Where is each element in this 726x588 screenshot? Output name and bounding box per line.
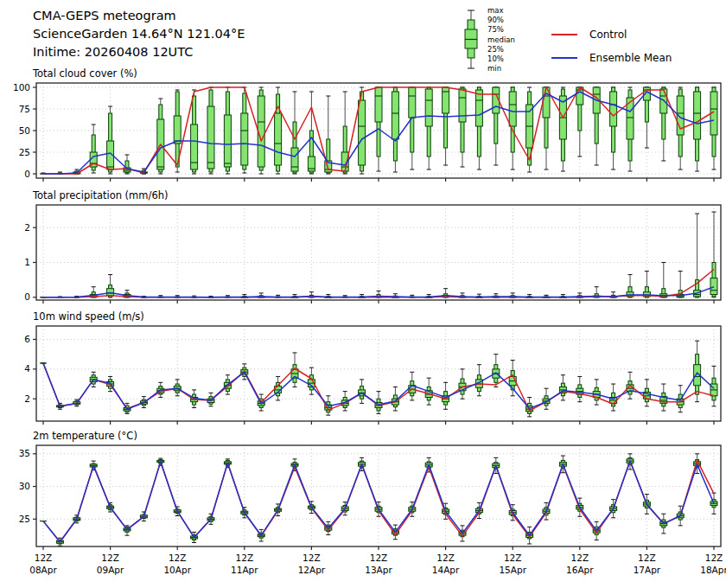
xtick-date: 11Apr	[231, 565, 258, 575]
xtick-hour: 12Z	[638, 553, 656, 563]
ytick-label-wind: 2	[24, 393, 30, 404]
xtick-hour: 12Z	[370, 553, 388, 563]
ytick-label-cloud: 25	[19, 147, 30, 157]
meteogram-screenshot: { "header": { "line1": "CMA-GEPS meteogr…	[0, 0, 726, 588]
panel-title-cloud: Total cloud cover (%)	[32, 67, 137, 80]
xtick-hour: 12Z	[35, 553, 53, 563]
xtick-date: 18Apr	[700, 565, 726, 575]
ytick-label-temp: 25	[19, 514, 30, 524]
ytick-label-cloud: 75	[19, 104, 30, 114]
xtick-hour: 12Z	[101, 553, 119, 563]
xtick-date: 09Apr	[97, 565, 124, 575]
xtick-date: 10Apr	[163, 565, 191, 575]
ytick-label-cloud: 50	[19, 125, 30, 136]
xtick-date: 16Apr	[566, 565, 594, 575]
panel-wind: 24610m wind speed (m/s)	[24, 310, 721, 425]
panel-temp: 2530352m temperature (°C)	[19, 430, 721, 550]
xtick-date: 13Apr	[365, 565, 392, 575]
xtick-date: 17Apr	[634, 565, 661, 575]
ytick-label-precip: 0	[24, 291, 30, 302]
xtick-date: 08Apr	[29, 565, 57, 575]
ytick-label-wind: 4	[24, 363, 30, 374]
xtick-date: 14Apr	[432, 565, 460, 575]
ytick-label-cloud: 100	[13, 82, 30, 93]
xtick-hour: 12Z	[705, 553, 723, 563]
xtick-hour: 12Z	[571, 553, 589, 563]
xtick-date: 15Apr	[499, 565, 526, 575]
xtick-hour: 12Z	[504, 553, 522, 563]
panel-title-wind: 10m wind speed (m/s)	[33, 310, 144, 323]
ytick-label-precip: 1	[24, 257, 30, 267]
meteogram-panels: 0255075100Total cloud cover (%)012Total …	[0, 0, 726, 588]
panel-precip: 012Total precipitation (mm/6h)	[24, 189, 721, 304]
xtick-hour: 12Z	[302, 553, 321, 563]
ytick-label-cloud: 0	[24, 169, 30, 179]
panel-title-precip: Total precipitation (mm/6h)	[32, 189, 168, 201]
ytick-label-temp: 30	[19, 481, 30, 491]
panel-cloud: 0255075100Total cloud cover (%)	[13, 67, 721, 182]
xtick-hour: 12Z	[169, 553, 187, 563]
ytick-label-temp: 35	[19, 448, 30, 458]
xtick-hour: 12Z	[436, 553, 455, 563]
xtick-hour: 12Z	[236, 553, 254, 563]
panel-title-temp: 2m temperature (°C)	[33, 430, 137, 442]
ytick-label-wind: 6	[24, 334, 30, 344]
ytick-label-precip: 2	[24, 222, 30, 233]
xtick-date: 12Apr	[298, 565, 326, 575]
